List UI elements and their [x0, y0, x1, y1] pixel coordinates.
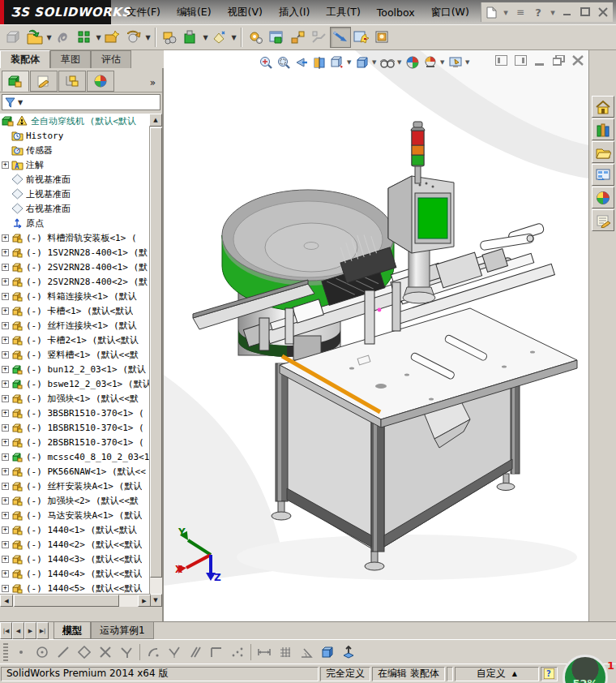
propertymanager-tab[interactable] [30, 71, 58, 92]
expand-icon[interactable]: + [2, 322, 9, 329]
tree-item[interactable]: +A注解 [0, 157, 151, 172]
expand-icon[interactable]: + [2, 264, 9, 271]
expand-icon[interactable]: + [2, 234, 9, 242]
left-pane-toggle-icon[interactable] [495, 54, 507, 69]
file-explorer-icon[interactable] [592, 141, 614, 163]
previous-view-icon[interactable] [293, 54, 310, 71]
insert-component-icon[interactable] [3, 27, 24, 48]
menu-视图(V)[interactable]: 视图(V) [221, 3, 269, 22]
tree-item[interactable]: +(-) 料箱连接块<1> (默认 [0, 289, 151, 303]
expand-icon[interactable]: + [2, 161, 9, 169]
tree-item[interactable]: +(-) 丝杆安装块A<1> (默认 [0, 479, 151, 493]
refgeo-caret-icon[interactable]: ▼ [230, 28, 237, 46]
new-document-icon[interactable] [485, 6, 498, 19]
motion-study-icon[interactable] [246, 27, 267, 48]
close-button[interactable] [597, 6, 610, 19]
reference-geometry-icon[interactable] [209, 27, 230, 48]
expand-icon[interactable]: + [2, 410, 9, 417]
expand-icon[interactable]: + [2, 497, 9, 505]
angle-snap-icon[interactable] [118, 644, 135, 660]
expand-icon[interactable]: + [2, 541, 9, 548]
view-orientation-icon[interactable] [329, 54, 345, 71]
hideshow-caret-icon[interactable]: ▼ [397, 59, 403, 66]
expand-icon[interactable]: + [2, 453, 9, 461]
assembly-features-icon[interactable] [181, 27, 202, 48]
tab-model[interactable]: 模型 [53, 622, 91, 639]
expand-icon[interactable]: + [2, 468, 9, 475]
display-caret-icon[interactable]: ▼ [372, 59, 378, 66]
expand-icon[interactable]: + [2, 366, 9, 373]
expand-icon[interactable]: + [2, 439, 9, 446]
menu-插入(I)[interactable]: 插入(I) [272, 3, 316, 22]
view-cube-icon[interactable] [319, 644, 336, 660]
design-library-icon[interactable] [592, 118, 614, 140]
tree-item[interactable]: +(-) 加强块<1> (默认<<默 [0, 391, 151, 406]
tree-item[interactable]: +(-) 1BSBR1510-370<1> ( [0, 420, 151, 435]
open-caret-icon[interactable]: ▼ [45, 28, 53, 46]
tree-item[interactable]: +(-) 3BSBR1510-370<1> ( [0, 406, 151, 420]
perpendicular-snap-icon[interactable] [208, 644, 225, 660]
tree-item[interactable]: 右视基准面 [0, 201, 151, 216]
nearest-snap-icon[interactable] [229, 644, 246, 660]
doc-restore-icon[interactable] [553, 54, 565, 69]
expand-icon[interactable]: + [2, 293, 9, 300]
tree-vertical-scrollbar[interactable]: ▲ ▼ [149, 114, 162, 607]
options-icon[interactable]: ≡ [514, 6, 527, 19]
tree-item[interactable]: +(-) 1440<4> (默认<<默认 [0, 566, 151, 581]
commandmanager-tab-装配体[interactable]: 装配体 [0, 50, 50, 68]
tree-item[interactable]: 前视基准面 [0, 172, 151, 187]
expand-icon[interactable]: + [2, 278, 9, 286]
display-style-icon[interactable] [354, 54, 370, 71]
expand-icon[interactable]: + [2, 337, 9, 344]
tree-item[interactable]: 原点 [0, 216, 151, 230]
angle-measure-icon[interactable] [298, 644, 314, 660]
arc-snap-icon[interactable] [145, 644, 161, 660]
smart-fasteners-icon[interactable] [102, 27, 123, 48]
tree-item[interactable]: +(-) 1440<3> (默认<<默认 [0, 552, 151, 566]
right-pane-toggle-icon[interactable] [515, 54, 527, 69]
hide-show-items-icon[interactable] [379, 54, 396, 71]
grid-snap-icon[interactable] [277, 644, 293, 660]
tab-first-button[interactable]: |◀ [0, 622, 12, 639]
tree-item[interactable]: +(-) 料槽滑轨安装板<1> ( [0, 230, 151, 245]
pattern-caret-icon[interactable]: ▼ [95, 28, 102, 46]
view-settings-icon[interactable] [447, 54, 464, 71]
menu-工具(T)[interactable]: 工具(T) [319, 3, 366, 22]
component-pattern-icon[interactable] [74, 27, 95, 48]
help-icon[interactable]: ? [532, 6, 545, 19]
tree-item[interactable]: +(-) 1440<2> (默认<<默认 [0, 537, 151, 552]
tree-item[interactable]: +(-) 卡槽2<1> (默认<默认 [0, 333, 151, 347]
tree-item[interactable]: 传感器 [0, 143, 151, 157]
assembly-visualization-icon[interactable] [351, 27, 372, 48]
open-icon[interactable] [24, 27, 45, 48]
tree-item[interactable]: 全自动穿线机 (默认<默认 [0, 114, 151, 128]
tree-item[interactable]: +(-) 加强块<2> (默认<<默 [0, 493, 151, 508]
help-caret-icon[interactable]: ▾ [550, 6, 556, 19]
quick-tips-icon[interactable]: ? [541, 667, 558, 681]
tree-item[interactable]: +(-) 卡槽<1> (默认<默认 [0, 303, 151, 318]
line-snap-icon[interactable] [55, 644, 71, 660]
menu-Toolbox[interactable]: Toolbox [370, 4, 421, 21]
features-caret-icon[interactable]: ▼ [202, 28, 209, 46]
minimize-button[interactable] [561, 6, 574, 19]
tangent-snap-icon[interactable] [166, 644, 182, 660]
tree-item[interactable]: +(-) bswe12_2_03<1> (默认 [0, 376, 151, 391]
move-component-icon[interactable] [160, 27, 181, 48]
menu-窗口(W)[interactable]: 窗口(W) [425, 3, 476, 22]
expand-icon[interactable]: + [2, 351, 9, 359]
featuremanager-tree-tab[interactable] [2, 71, 29, 92]
panel-overflow-chevron[interactable]: » [150, 77, 160, 92]
commandmanager-tab-评估[interactable]: 评估 [91, 50, 131, 68]
quadrant-snap-icon[interactable] [76, 644, 92, 660]
expand-icon[interactable]: + [2, 424, 9, 432]
expand-icon[interactable]: + [2, 249, 9, 256]
expand-icon[interactable]: + [2, 380, 9, 388]
tree-item[interactable]: +(-) 1440<1> (默认<默认 [0, 522, 151, 537]
tree-item[interactable]: +(-) 2BSBR1510-370<1> ( [0, 435, 151, 449]
tab-motion-study-1[interactable]: 运动算例1 [91, 622, 154, 639]
commandmanager-tab-草图[interactable]: 草图 [50, 50, 91, 68]
snapshot-icon[interactable] [372, 27, 393, 48]
menu-编辑(E)[interactable]: 编辑(E) [170, 3, 218, 22]
section-view-icon[interactable] [311, 54, 327, 71]
expand-icon[interactable]: + [2, 556, 9, 563]
